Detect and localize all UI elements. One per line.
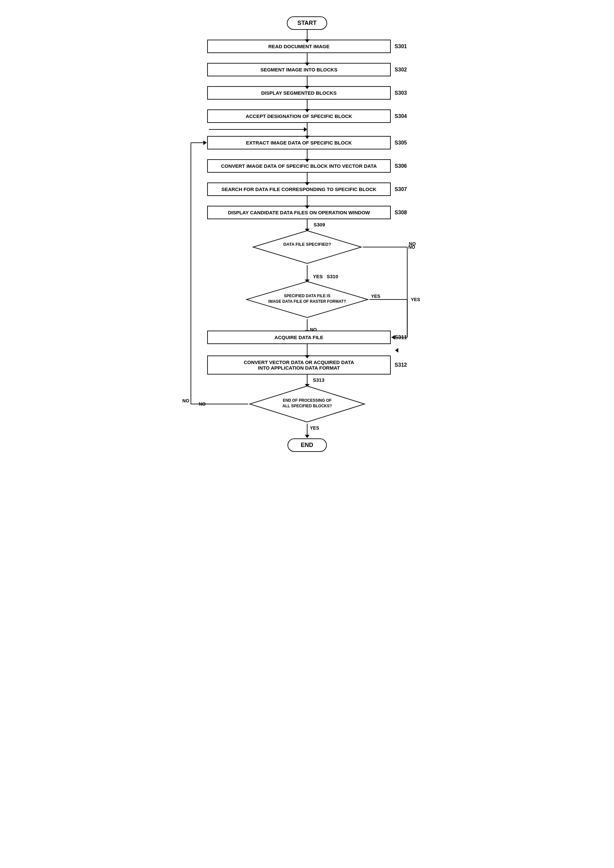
s309-diamond-svg: DATA FILE SPECIFIED? <box>252 229 363 265</box>
s309-to-s310-connector: YES S310 <box>193 265 422 280</box>
s307-label: S307 <box>395 186 407 192</box>
svg-text:DATA FILE SPECIFIED?: DATA FILE SPECIFIED? <box>283 242 331 247</box>
main-flow: START READ DOCUMENT IMAGE S301 SEGMENT I… <box>193 13 422 452</box>
flowchart: START READ DOCUMENT IMAGE S301 SEGMENT I… <box>193 6 422 465</box>
arrow-s301-s302 <box>307 53 308 63</box>
s313-yes-label: YES <box>310 425 319 431</box>
s309-yes-label: YES <box>313 274 323 279</box>
s309-id-label: S309 <box>314 222 325 228</box>
arrow-s307-s308 <box>307 196 308 206</box>
start-row: START <box>287 16 327 30</box>
s310-id-label: S310 <box>327 274 338 279</box>
s301-label: S301 <box>395 43 407 50</box>
s311-row: ACQUIRE DATA FILE S311 <box>193 331 422 344</box>
arrow-s305-s306 <box>307 149 308 159</box>
s304-label: S304 <box>395 113 407 119</box>
svg-marker-0 <box>253 231 361 264</box>
s313-id-label: S313 <box>313 377 325 383</box>
arrow-s302-s303 <box>307 76 308 86</box>
s310-yes-label: YES <box>411 297 420 302</box>
svg-text:ALL SPECIFIED BLOCKS?: ALL SPECIFIED BLOCKS? <box>282 404 332 408</box>
svg-text:NO: NO <box>182 398 189 403</box>
s309-row: S309 DATA FILE SPECIFIED? NO <box>193 229 422 265</box>
s307-process: SEARCH FOR DATA FILE CORRESPONDING TO SP… <box>207 183 391 196</box>
arrow-s312-s313 <box>307 375 308 384</box>
svg-text:END OF PROCESSING OF: END OF PROCESSING OF <box>283 398 331 403</box>
s308-label: S308 <box>395 210 407 215</box>
end-row: END <box>288 439 327 452</box>
s304-process: ACCEPT DESIGNATION OF SPECIFIC BLOCK <box>207 109 391 123</box>
s306-process: CONVERT IMAGE DATA OF SPECIFIC BLOCK INT… <box>207 159 391 173</box>
arrow-start-s301 <box>307 30 308 40</box>
s311-process: ACQUIRE DATA FILE <box>207 331 391 344</box>
s310-diamond-svg: SPECIFIED DATA FILE IS IMAGE DATA FILE O… <box>245 280 370 319</box>
svg-text:IMAGE DATA FILE OF RASTER FORM: IMAGE DATA FILE OF RASTER FORMAT? <box>268 299 346 304</box>
arrow-s306-s307 <box>307 173 308 183</box>
s301-process: READ DOCUMENT IMAGE <box>207 40 391 53</box>
s308-process: DISPLAY CANDIDATE DATA FILES ON OPERATIO… <box>207 206 391 219</box>
arrow-s303-s304 <box>307 99 308 109</box>
arrow-s308-s309 <box>307 219 308 229</box>
end-terminal: END <box>288 439 327 452</box>
s303-process: DISPLAY SEGMENTED BLOCKS <box>207 86 391 99</box>
arrow-s313-end: YES <box>307 424 308 435</box>
s305-label: S305 <box>395 140 407 146</box>
s311-label: S311 <box>395 335 407 341</box>
s309-no-label-row: NO <box>409 245 415 250</box>
s312-process: CONVERT VECTOR DATA OR ACQUIRED DATA INT… <box>207 355 391 375</box>
s306-label: S306 <box>395 163 407 169</box>
s304-to-s305-connector <box>209 123 406 136</box>
s313-row: S313 END OF PROCESSING OF ALL SPECIFIED … <box>193 384 422 424</box>
s302-label: S302 <box>395 67 407 73</box>
s302-process: SEGMENT IMAGE INTO BLOCKS <box>207 63 391 76</box>
s309-no-label: NO <box>409 245 415 250</box>
s313-diamond-svg: END OF PROCESSING OF ALL SPECIFIED BLOCK… <box>248 384 366 424</box>
arrow-s311-s312 <box>193 344 422 355</box>
s310-row: SPECIFIED DATA FILE IS IMAGE DATA FILE O… <box>193 280 422 319</box>
start-terminal: START <box>287 16 327 30</box>
s311-right-entry <box>398 350 399 350</box>
arrow-s310-s311: NO <box>307 319 308 331</box>
s303-label: S303 <box>395 90 407 96</box>
s305-process: EXTRACT IMAGE DATA OF SPECIFIC BLOCK <box>207 136 391 149</box>
s312-label: S312 <box>395 362 407 368</box>
svg-text:SPECIFIED DATA FILE IS: SPECIFIED DATA FILE IS <box>284 294 330 298</box>
s313-no-label: NO <box>199 401 206 407</box>
